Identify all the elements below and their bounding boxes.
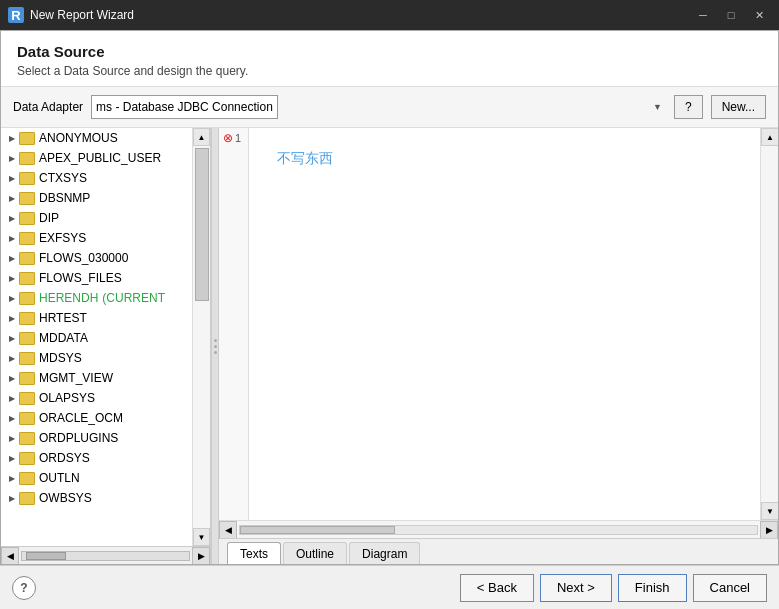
tree-vscrollbar[interactable]: ▲ ▼: [192, 128, 210, 546]
content-area: ▶ANONYMOUS▶APEX_PUBLIC_USER▶CTXSYS▶DBSNM…: [1, 128, 778, 564]
app-icon: R: [8, 7, 24, 23]
tree-label: MGMT_VIEW: [39, 371, 113, 385]
tree-label: CTXSYS: [39, 171, 87, 185]
close-button[interactable]: ✕: [747, 6, 771, 24]
dialog-body: Data Source Select a Data Source and des…: [0, 30, 779, 565]
tree-item[interactable]: ▶ORDPLUGINS: [1, 428, 192, 448]
tree-hscroll-right[interactable]: ▶: [192, 547, 210, 565]
title-bar: R New Report Wizard ─ □ ✕: [0, 0, 779, 30]
tree-expand-icon: ▶: [5, 211, 19, 225]
tree-scroll-thumb[interactable]: [195, 148, 209, 301]
resize-handle[interactable]: [211, 128, 219, 564]
tab-diagram[interactable]: Diagram: [349, 542, 420, 564]
folder-icon: [19, 172, 35, 185]
tree-item[interactable]: ▶OWBSYS: [1, 488, 192, 508]
editor-hscroll-right[interactable]: ▶: [760, 521, 778, 539]
tree-item[interactable]: ▶OUTLN: [1, 468, 192, 488]
header-section: Data Source Select a Data Source and des…: [1, 31, 778, 87]
tab-bar: TextsOutlineDiagram: [219, 538, 778, 564]
tree-label: MDSYS: [39, 351, 82, 365]
editor-vscroll-down[interactable]: ▼: [761, 502, 778, 520]
folder-icon: [19, 392, 35, 405]
tree-label: ORDSYS: [39, 451, 90, 465]
window-title: New Report Wizard: [30, 8, 691, 22]
tree-expand-icon: ▶: [5, 271, 19, 285]
tree-scroll-up[interactable]: ▲: [193, 128, 210, 146]
back-button[interactable]: < Back: [460, 574, 534, 602]
tree-label: ORACLE_OCM: [39, 411, 123, 425]
tree-item[interactable]: ▶HRTEST: [1, 308, 192, 328]
folder-icon: [19, 192, 35, 205]
tree-expand-icon: ▶: [5, 391, 19, 405]
adapter-select[interactable]: ms - Database JDBC Connection: [91, 95, 278, 119]
tree-item[interactable]: ▶MDSYS: [1, 348, 192, 368]
tree-item[interactable]: ▶DIP: [1, 208, 192, 228]
adapter-row: Data Adapter ms - Database JDBC Connecti…: [1, 87, 778, 128]
right-panel: ⊗ 1 不写东西 ▲ ▼: [219, 128, 778, 564]
tree-label: FLOWS_FILES: [39, 271, 122, 285]
tree-hscroll-thumb[interactable]: [26, 552, 66, 560]
tree-item[interactable]: ▶APEX_PUBLIC_USER: [1, 148, 192, 168]
tree-hscroll-track: [21, 551, 190, 561]
tree-item[interactable]: ▶CTXSYS: [1, 168, 192, 188]
minimize-button[interactable]: ─: [691, 6, 715, 24]
folder-icon: [19, 332, 35, 345]
tree-item[interactable]: ▶OLAPSYS: [1, 388, 192, 408]
folder-icon: [19, 252, 35, 265]
tree-item[interactable]: ▶MGMT_VIEW: [1, 368, 192, 388]
line-number-1: ⊗ 1: [219, 128, 248, 148]
tree-item[interactable]: ▶HERENDH (CURRENT: [1, 288, 192, 308]
next-button[interactable]: Next >: [540, 574, 612, 602]
new-button[interactable]: ?: [674, 95, 703, 119]
folder-icon: [19, 352, 35, 365]
folder-icon: [19, 472, 35, 485]
tree-scroll-down[interactable]: ▼: [193, 528, 210, 546]
editor-textarea[interactable]: 不写东西: [249, 128, 760, 520]
tree-item[interactable]: ▶FLOWS_FILES: [1, 268, 192, 288]
tree-item[interactable]: ▶ORDSYS: [1, 448, 192, 468]
editor-hscroll-left[interactable]: ◀: [219, 521, 237, 539]
tree-item[interactable]: ▶ANONYMOUS: [1, 128, 192, 148]
finish-button[interactable]: Finish: [618, 574, 687, 602]
tree-label: OWBSYS: [39, 491, 92, 505]
tab-texts[interactable]: Texts: [227, 542, 281, 564]
tree-expand-icon: ▶: [5, 371, 19, 385]
tab-outline[interactable]: Outline: [283, 542, 347, 564]
tree-expand-icon: ▶: [5, 451, 19, 465]
tree-item[interactable]: ▶ORACLE_OCM: [1, 408, 192, 428]
editor-hscroll-track: [239, 525, 758, 535]
left-panel: ▶ANONYMOUS▶APEX_PUBLIC_USER▶CTXSYS▶DBSNM…: [1, 128, 211, 564]
folder-icon: [19, 432, 35, 445]
tree-item[interactable]: ▶MDDATA: [1, 328, 192, 348]
folder-icon: [19, 212, 35, 225]
folder-icon: [19, 312, 35, 325]
tree-expand-icon: ▶: [5, 151, 19, 165]
new-adapter-button[interactable]: New...: [711, 95, 766, 119]
cancel-button[interactable]: Cancel: [693, 574, 767, 602]
tree-expand-icon: ▶: [5, 431, 19, 445]
editor-vscrollbar[interactable]: ▲ ▼: [760, 128, 778, 520]
tree-item[interactable]: ▶EXFSYS: [1, 228, 192, 248]
tree-hscrollbar[interactable]: ◀ ▶: [1, 546, 210, 564]
help-button[interactable]: ?: [12, 576, 36, 600]
adapter-label: Data Adapter: [13, 100, 83, 114]
editor-hscroll-thumb[interactable]: [240, 526, 395, 534]
schema-tree[interactable]: ▶ANONYMOUS▶APEX_PUBLIC_USER▶CTXSYS▶DBSNM…: [1, 128, 192, 546]
editor-vscroll-up[interactable]: ▲: [761, 128, 778, 146]
tree-item[interactable]: ▶DBSNMP: [1, 188, 192, 208]
tree-item[interactable]: ▶FLOWS_030000: [1, 248, 192, 268]
tree-expand-icon: ▶: [5, 351, 19, 365]
maximize-button[interactable]: □: [719, 6, 743, 24]
page-subtitle: Select a Data Source and design the quer…: [17, 64, 762, 78]
tree-hscroll-left[interactable]: ◀: [1, 547, 19, 565]
tree-label: ORDPLUGINS: [39, 431, 118, 445]
tree-label: OUTLN: [39, 471, 80, 485]
folder-icon: [19, 372, 35, 385]
editor-hscrollbar[interactable]: ◀ ▶: [219, 520, 778, 538]
tree-expand-icon: ▶: [5, 291, 19, 305]
query-editor: ⊗ 1 不写东西 ▲ ▼: [219, 128, 778, 538]
editor-placeholder-text: 不写东西: [277, 150, 752, 168]
tree-expand-icon: ▶: [5, 251, 19, 265]
tree-label: DBSNMP: [39, 191, 90, 205]
editor-vscroll-track: [761, 146, 778, 502]
